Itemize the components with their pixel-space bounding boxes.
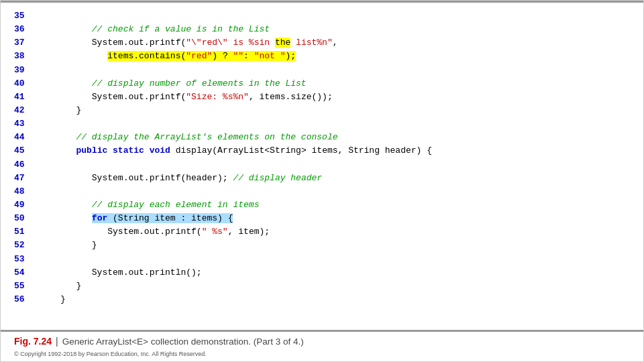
code-table: 35 36 // check if a value is in the List… [14, 9, 432, 306]
code-line: System.out.printf("Size: %s%n", items.si… [45, 90, 432, 104]
line-number: 46 [14, 158, 45, 172]
table-row: 49 // display each element in items [14, 198, 432, 212]
code-line: // display the ArrayList's elements on t… [45, 131, 432, 144]
table-row: 42 } [14, 104, 432, 117]
caption-text: Generic ArrayList<E> collection demonstr… [62, 337, 304, 347]
line-number: 44 [14, 131, 45, 144]
code-line: } [45, 280, 432, 293]
line-number: 55 [14, 280, 45, 293]
table-row: 48 [14, 185, 432, 198]
table-row: 46 [14, 158, 432, 172]
code-line: for (String item : items) { [45, 212, 432, 225]
line-number: 42 [14, 104, 45, 117]
line-number: 38 [14, 50, 45, 63]
code-line: public static void display(ArrayList<Str… [45, 144, 432, 158]
table-row: 54 System.out.println(); [14, 266, 432, 280]
code-area: 35 36 // check if a value is in the List… [1, 3, 643, 327]
line-number: 53 [14, 253, 45, 266]
table-row: 40 // display number of elements in the … [14, 77, 432, 90]
line-number: 49 [14, 198, 45, 212]
fig-label: Fig. 7.24 [14, 336, 52, 347]
line-number: 52 [14, 239, 45, 252]
code-line [45, 253, 432, 266]
table-row: 53 [14, 253, 432, 266]
line-number: 50 [14, 212, 45, 225]
code-line: } [45, 104, 432, 117]
table-row: 51 System.out.printf(" %s", item); [14, 225, 432, 239]
table-row: 38 items.contains("red") ? "": "not "); [14, 50, 432, 63]
caption-area: Fig. 7.24 | Generic ArrayList<E> collect… [1, 332, 643, 349]
table-row: 41 System.out.printf("Size: %s%n", items… [14, 90, 432, 104]
line-number: 43 [14, 117, 45, 131]
line-number: 39 [14, 64, 45, 77]
page-container: 35 36 // check if a value is in the List… [0, 0, 644, 362]
code-line: System.out.printf("\"red\" is %sin the l… [45, 36, 432, 50]
line-number: 36 [14, 23, 45, 36]
line-number: 51 [14, 225, 45, 239]
table-row: 56 } [14, 293, 432, 306]
code-line [45, 185, 432, 198]
table-row: 36 // check if a value is in the List [14, 23, 432, 36]
code-line: // display number of elements in the Lis… [45, 77, 432, 90]
table-row: 52 } [14, 239, 432, 252]
line-number: 45 [14, 144, 45, 158]
table-row: 45 public static void display(ArrayList<… [14, 144, 432, 158]
pipe-separator: | [56, 336, 58, 347]
table-row: 44 // display the ArrayList's elements o… [14, 131, 432, 144]
line-number: 54 [14, 266, 45, 280]
line-number: 48 [14, 185, 45, 198]
code-line: System.out.printf(" %s", item); [45, 225, 432, 239]
line-number: 35 [14, 9, 45, 23]
copyright-text: © Copyright 1992-2018 by Pearson Educati… [1, 349, 643, 361]
table-row: 43 [14, 117, 432, 131]
code-line: System.out.println(); [45, 266, 432, 280]
table-row: 50 for (String item : items) { [14, 212, 432, 225]
code-line: } [45, 239, 432, 252]
code-line: } [45, 293, 432, 306]
code-line [45, 64, 432, 77]
table-row: 55 } [14, 280, 432, 293]
table-row: 37 System.out.printf("\"red\" is %sin th… [14, 36, 432, 50]
code-line: // display each element in items [45, 198, 432, 212]
line-number: 37 [14, 36, 45, 50]
line-number: 41 [14, 90, 45, 104]
table-row: 39 [14, 64, 432, 77]
code-line: System.out.printf(header); // display he… [45, 172, 432, 185]
code-line: // check if a value is in the List [45, 23, 432, 36]
line-number: 56 [14, 293, 45, 306]
line-number: 47 [14, 172, 45, 185]
line-number: 40 [14, 77, 45, 90]
table-row: 47 System.out.printf(header); // display… [14, 172, 432, 185]
code-line [45, 158, 432, 172]
code-line: items.contains("red") ? "": "not "); [45, 50, 432, 63]
code-line [45, 117, 432, 131]
code-line [45, 9, 432, 23]
table-row: 35 [14, 9, 432, 23]
